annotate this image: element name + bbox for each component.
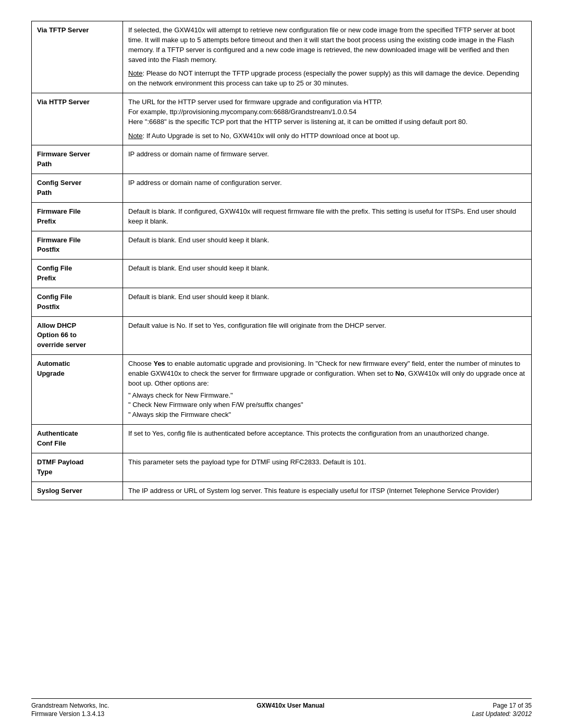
note-prefix: Note — [128, 132, 142, 140]
table-row: Allow DHCPOption 66 tooverride server De… — [32, 316, 532, 355]
desc-note: Note: If Auto Upgrade is set to No, GXW4… — [128, 131, 526, 141]
row-label: Syslog Server — [32, 482, 123, 500]
row-label: Firmware ServerPath — [32, 145, 123, 174]
table-row: Via TFTP Server If selected, the GXW410x… — [32, 21, 532, 93]
desc-text: Choose Yes to enable automatic upgrade a… — [128, 359, 526, 389]
row-desc: Default is blank. End user should keep i… — [123, 288, 532, 316]
row-label: Via HTTP Server — [32, 93, 123, 145]
content-table: Via TFTP Server If selected, the GXW410x… — [31, 21, 532, 500]
note-prefix: Note — [128, 69, 142, 77]
row-label: Allow DHCPOption 66 tooverride server — [32, 316, 123, 355]
desc-list-item: " Check New Firmware only when F/W pre/s… — [128, 400, 526, 410]
row-desc: Default is blank. End user should keep i… — [123, 260, 532, 288]
row-desc: The URL for the HTTP server used for fir… — [123, 93, 532, 145]
table-row: DTMF PayloadType This parameter sets the… — [32, 453, 532, 482]
row-label: Via TFTP Server — [32, 21, 123, 93]
table-row: Firmware FilePostfix Default is blank. E… — [32, 231, 532, 260]
table-row: Firmware ServerPath IP address or domain… — [32, 145, 532, 174]
table-row: Config FilePrefix Default is blank. End … — [32, 260, 532, 288]
row-desc: If selected, the GXW410x will attempt to… — [123, 21, 532, 93]
row-label: Config FilePostfix — [32, 288, 123, 316]
row-label: AutomaticUpgrade — [32, 355, 123, 425]
row-label: AuthenticateConf File — [32, 425, 123, 453]
footer-company: Grandstream Networks, Inc. — [31, 702, 109, 709]
desc-text: If selected, the GXW410x will attempt to… — [128, 26, 526, 65]
footer-right: Page 17 of 35 Last Updated: 3/2012 — [472, 702, 532, 718]
row-label: DTMF PayloadType — [32, 453, 123, 482]
row-desc: Default is blank. End user should keep i… — [123, 231, 532, 260]
row-desc: If set to Yes, config file is authentica… — [123, 425, 532, 453]
table-row: Syslog Server The IP address or URL of S… — [32, 482, 532, 500]
main-content: Via TFTP Server If selected, the GXW410x… — [31, 21, 532, 688]
footer-page-number: Page 17 of 35 — [493, 702, 532, 709]
table-row: Firmware FilePrefix Default is blank. If… — [32, 202, 532, 231]
page-footer: Grandstream Networks, Inc. Firmware Vers… — [31, 698, 532, 718]
row-desc: Default is blank. If configured, GXW410x… — [123, 202, 532, 231]
row-desc: IP address or domain name of firmware se… — [123, 145, 532, 174]
desc-list-item: " Always skip the Firmware check" — [128, 410, 526, 420]
table-row: AutomaticUpgrade Choose Yes to enable au… — [32, 355, 532, 425]
row-label: Firmware FilePrefix — [32, 202, 123, 231]
footer-left: Grandstream Networks, Inc. Firmware Vers… — [31, 702, 109, 718]
footer-firmware-version: Firmware Version 1.3.4.13 — [31, 710, 109, 718]
row-label: Config ServerPath — [32, 174, 123, 203]
row-label: Firmware FilePostfix — [32, 231, 123, 260]
table-row: Config ServerPath IP address or domain n… — [32, 174, 532, 203]
footer-last-updated: Last Updated: 3/2012 — [472, 710, 532, 718]
page-wrapper: Via TFTP Server If selected, the GXW410x… — [0, 0, 563, 728]
footer-title: GXW410x User Manual — [256, 702, 324, 709]
row-desc: This parameter sets the payload type for… — [123, 453, 532, 482]
row-desc: Default value is No. If set to Yes, conf… — [123, 316, 532, 355]
table-row: Config FilePostfix Default is blank. End… — [32, 288, 532, 316]
desc-note: Note: Please do NOT interrupt the TFTP u… — [128, 69, 526, 89]
table-row: AuthenticateConf File If set to Yes, con… — [32, 425, 532, 453]
row-label: Config FilePrefix — [32, 260, 123, 288]
desc-list-item: " Always check for New Firmware." — [128, 391, 526, 401]
row-desc: IP address or domain name of configurati… — [123, 174, 532, 203]
row-desc: The IP address or URL of System log serv… — [123, 482, 532, 500]
desc-text: The URL for the HTTP server used for fir… — [128, 97, 526, 127]
table-row: Via HTTP Server The URL for the HTTP ser… — [32, 93, 532, 145]
row-desc: Choose Yes to enable automatic upgrade a… — [123, 355, 532, 425]
